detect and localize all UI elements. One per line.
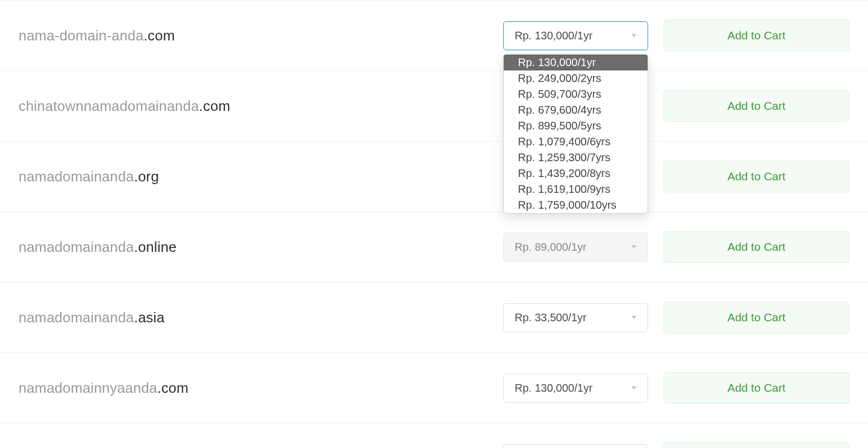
cart-cell: Add to Cart (663, 372, 849, 404)
price-select-value: Rp. 33,500/1yr (515, 311, 586, 324)
add-to-cart-button[interactable]: Add to Cart (663, 231, 849, 263)
domain-name-part: namadomainanda (19, 168, 134, 185)
price-dropdown-option[interactable]: Rp. 130,000/1yr (504, 55, 648, 70)
domain-row: namadomainnyaanda.comRp. 130,000/1yrAdd … (0, 352, 868, 423)
price-select[interactable]: Rp. 33,500/1yr (503, 303, 648, 332)
price-select[interactable]: Rp. 205,000/1yr (503, 444, 648, 449)
domain-name: namadomainanda.org (19, 168, 503, 185)
add-to-cart-button[interactable]: Add to Cart (663, 443, 849, 448)
domain-name: namadomainanda.online (19, 239, 503, 256)
price-select-value: Rp. 130,000/1yr (515, 30, 592, 42)
price-select[interactable]: Rp. 130,000/1yr (503, 374, 648, 403)
chevron-down-icon (631, 245, 637, 249)
chevron-down-icon (631, 34, 637, 37)
domain-name-part: namadomainanda (19, 239, 134, 255)
domain-results-list: nama-domain-anda.comRp. 130,000/1yrRp. 1… (0, 0, 868, 448)
price-dropdown-option[interactable]: Rp. 1,619,100/9yrs (504, 181, 648, 197)
price-select-cell: Rp. 130,000/1yr (503, 374, 648, 403)
price-dropdown-option[interactable]: Rp. 1,079,400/6yrs (504, 134, 648, 150)
price-select-value: Rp. 89,000/1yr (515, 241, 586, 254)
domain-tld-part: .org (134, 168, 159, 185)
domain-name-part: chinatownnamadomainanda (19, 98, 199, 114)
chevron-down-icon (631, 386, 637, 390)
cart-cell: Add to Cart (663, 161, 849, 192)
domain-name-part: namadomainnyaanda (19, 380, 157, 396)
price-dropdown: Rp. 130,000/1yrRp. 249,000/2yrsRp. 509,7… (503, 54, 648, 214)
domain-row: namadomainanda.clubRp. 205,000/1yrAdd to… (0, 423, 868, 448)
add-to-cart-button[interactable]: Add to Cart (663, 372, 849, 404)
cart-cell: Add to Cart (663, 231, 849, 263)
domain-name-part: namadomainanda (19, 309, 134, 326)
price-dropdown-option[interactable]: Rp. 249,000/2yrs (504, 70, 648, 86)
domain-tld-part: .com (144, 27, 175, 44)
add-to-cart-button[interactable]: Add to Cart (663, 90, 849, 122)
cart-cell: Add to Cart (663, 90, 849, 122)
domain-name-part: nama-domain-anda (19, 27, 144, 44)
price-dropdown-option[interactable]: Rp. 509,700/3yrs (504, 86, 648, 102)
price-dropdown-option[interactable]: Rp. 1,759,000/10yrs (504, 197, 648, 213)
price-dropdown-option[interactable]: Rp. 1,439,200/8yrs (504, 166, 648, 181)
add-to-cart-button[interactable]: Add to Cart (663, 161, 849, 192)
cart-cell: Add to Cart (663, 302, 849, 333)
domain-tld-part: .com (199, 98, 230, 114)
price-select[interactable]: Rp. 89,000/1yr (503, 233, 648, 262)
domain-name: chinatownnamadomainanda.com (19, 98, 503, 115)
price-select-cell: Rp. 130,000/1yrRp. 130,000/1yrRp. 249,00… (503, 21, 648, 50)
domain-name: namadomainnyaanda.com (19, 380, 503, 397)
domain-name: namadomainanda.asia (19, 309, 503, 326)
domain-row: nama-domain-anda.comRp. 130,000/1yrRp. 1… (0, 0, 868, 70)
add-to-cart-button[interactable]: Add to Cart (663, 20, 849, 51)
domain-tld-part: .online (134, 239, 177, 255)
domain-tld-part: .com (157, 380, 188, 396)
price-select-cell: Rp. 89,000/1yr (503, 233, 648, 262)
chevron-down-icon (631, 316, 637, 319)
price-dropdown-option[interactable]: Rp. 899,500/5yrs (504, 118, 648, 134)
price-select-cell: Rp. 205,000/1yr (503, 444, 648, 449)
cart-cell: Add to Cart (663, 443, 849, 448)
add-to-cart-button[interactable]: Add to Cart (663, 302, 849, 333)
cart-cell: Add to Cart (663, 20, 849, 51)
price-dropdown-option[interactable]: Rp. 1,259,300/7yrs (504, 150, 648, 166)
domain-row: namadomainanda.orgAdd to Cart (0, 141, 868, 211)
price-dropdown-option[interactable]: Rp. 679,600/4yrs (504, 102, 648, 118)
domain-row: chinatownnamadomainanda.comAdd to Cart (0, 70, 868, 141)
domain-name: nama-domain-anda.com (19, 27, 503, 44)
price-select-value: Rp. 130,000/1yr (515, 382, 592, 394)
price-select-cell: Rp. 33,500/1yr (503, 303, 648, 332)
domain-tld-part: .asia (134, 309, 165, 326)
domain-row: namadomainanda.asiaRp. 33,500/1yrAdd to … (0, 282, 868, 352)
price-select[interactable]: Rp. 130,000/1yr (503, 21, 648, 50)
domain-row: namadomainanda.onlineRp. 89,000/1yrAdd t… (0, 211, 868, 282)
